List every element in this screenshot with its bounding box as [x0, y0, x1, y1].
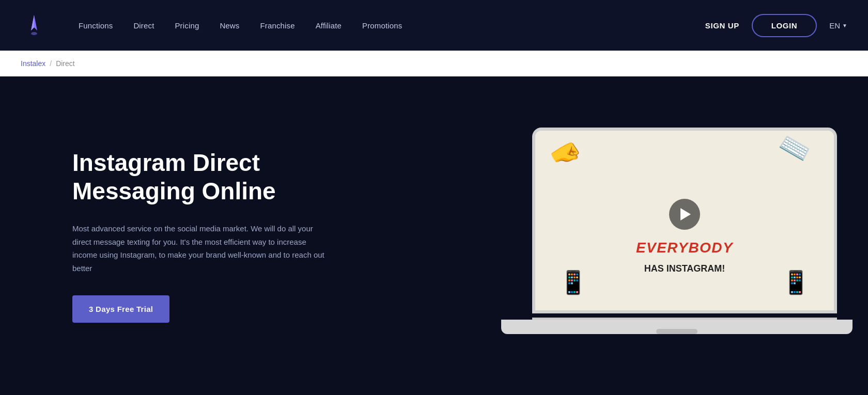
- screen-text-has: HAS INSTAGRAM!: [644, 263, 725, 274]
- nav-franchise[interactable]: Franchise: [250, 21, 305, 30]
- sign-up-button[interactable]: SIGN UP: [705, 21, 739, 30]
- hero-content: Instagram Direct Messaging Online Most a…: [72, 149, 372, 323]
- nav-direct[interactable]: Direct: [123, 21, 164, 30]
- screen-text-everybody: EVERYBODY: [636, 240, 733, 256]
- breadcrumb-home[interactable]: Instalex: [21, 59, 45, 68]
- login-button[interactable]: LOGIN: [752, 14, 817, 37]
- laptop-screen: 🤜 ⌨️ EVERYBODY HAS INSTAGRAM! 📱 📱: [535, 131, 834, 310]
- nav-functions[interactable]: Functions: [68, 21, 123, 30]
- nav-news[interactable]: News: [209, 21, 250, 30]
- chevron-down-icon: ▼: [842, 23, 847, 28]
- laptop-screen-frame: 🤜 ⌨️ EVERYBODY HAS INSTAGRAM! 📱 📱: [532, 128, 837, 313]
- laptop-visual: 🤜 ⌨️ EVERYBODY HAS INSTAGRAM! 📱 📱: [501, 128, 853, 344]
- screen-content: 🤜 ⌨️ EVERYBODY HAS INSTAGRAM! 📱 📱: [535, 131, 834, 310]
- breadcrumb: Instalex / Direct: [0, 51, 868, 76]
- play-button-icon[interactable]: [669, 199, 700, 230]
- logo-area[interactable]: [21, 12, 48, 39]
- language-selector[interactable]: EN ▼: [829, 21, 847, 30]
- hand-bottom-right-icon: 📱: [782, 269, 810, 296]
- breadcrumb-current: Direct: [56, 59, 75, 68]
- header: Functions Direct Pricing News Franchise …: [0, 0, 868, 51]
- breadcrumb-separator: /: [50, 59, 52, 68]
- hero-description: Most advanced service on the social medi…: [72, 222, 331, 275]
- lang-label: EN: [829, 21, 840, 30]
- nav-affiliate[interactable]: Affiliate: [305, 21, 352, 30]
- hero-section: Instagram Direct Messaging Online Most a…: [0, 76, 868, 395]
- header-right: SIGN UP LOGIN EN ▼: [705, 14, 847, 37]
- hand-bottom-left-icon: 📱: [559, 269, 587, 296]
- main-nav: Functions Direct Pricing News Franchise …: [68, 21, 705, 30]
- svg-point-0: [31, 32, 37, 35]
- laptop-notch: [656, 329, 698, 334]
- trial-button[interactable]: 3 Days Free Trial: [72, 295, 169, 323]
- hero-title: Instagram Direct Messaging Online: [72, 149, 372, 206]
- nav-pricing[interactable]: Pricing: [164, 21, 209, 30]
- play-triangle: [680, 208, 691, 220]
- logo-icon: [21, 12, 48, 39]
- nav-promotions[interactable]: Promotions: [352, 21, 412, 30]
